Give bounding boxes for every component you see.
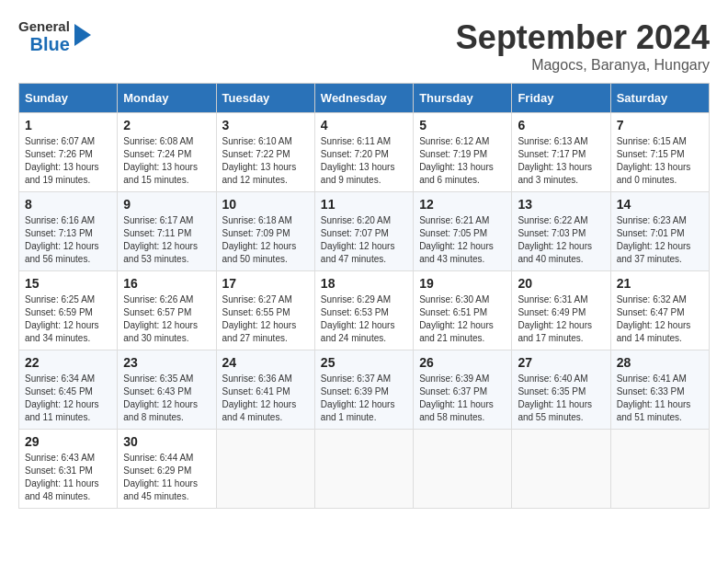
calendar-cell: 11Sunrise: 6:20 AM Sunset: 7:07 PM Dayli… [314, 192, 413, 271]
calendar-cell: 16Sunrise: 6:26 AM Sunset: 6:57 PM Dayli… [118, 271, 216, 350]
day-number: 27 [518, 355, 604, 370]
calendar-cell: 14Sunrise: 6:23 AM Sunset: 7:01 PM Dayli… [610, 192, 709, 271]
day-info: Sunrise: 6:08 AM Sunset: 7:24 PM Dayligh… [123, 135, 210, 187]
day-info: Sunrise: 6:18 AM Sunset: 7:09 PM Dayligh… [222, 214, 309, 266]
day-number: 12 [419, 197, 506, 212]
logo-general-text: General [18, 18, 70, 34]
calendar-cell: 1Sunrise: 6:07 AM Sunset: 7:26 PM Daylig… [19, 113, 118, 192]
day-number: 22 [25, 355, 111, 370]
month-title: September 2024 [456, 18, 710, 57]
day-number: 13 [518, 197, 604, 212]
calendar-cell: 22Sunrise: 6:34 AM Sunset: 6:45 PM Dayli… [19, 350, 118, 430]
calendar-cell: 4Sunrise: 6:11 AM Sunset: 7:20 PM Daylig… [314, 113, 413, 192]
day-number: 19 [419, 276, 506, 291]
calendar-cell: 13Sunrise: 6:22 AM Sunset: 7:03 PM Dayli… [512, 192, 610, 271]
day-number: 17 [222, 276, 309, 291]
day-info: Sunrise: 6:22 AM Sunset: 7:03 PM Dayligh… [518, 214, 604, 266]
day-number: 4 [321, 118, 407, 132]
day-number: 25 [321, 355, 407, 370]
calendar-cell: 28Sunrise: 6:41 AM Sunset: 6:33 PM Dayli… [610, 350, 709, 430]
day-info: Sunrise: 6:10 AM Sunset: 7:22 PM Dayligh… [222, 135, 309, 187]
day-info: Sunrise: 6:25 AM Sunset: 6:59 PM Dayligh… [25, 293, 111, 345]
logo-arrow-icon [74, 20, 95, 53]
day-info: Sunrise: 6:16 AM Sunset: 7:13 PM Dayligh… [25, 214, 111, 266]
calendar-cell: 29Sunrise: 6:43 AM Sunset: 6:31 PM Dayli… [19, 430, 118, 509]
day-number: 5 [419, 118, 506, 132]
day-info: Sunrise: 6:31 AM Sunset: 6:49 PM Dayligh… [518, 293, 604, 345]
day-info: Sunrise: 6:23 AM Sunset: 7:01 PM Dayligh… [617, 214, 703, 266]
day-info: Sunrise: 6:36 AM Sunset: 6:41 PM Dayligh… [222, 373, 309, 424]
day-number: 2 [123, 118, 210, 132]
day-info: Sunrise: 6:44 AM Sunset: 6:29 PM Dayligh… [123, 452, 210, 503]
day-info: Sunrise: 6:20 AM Sunset: 7:07 PM Dayligh… [321, 214, 407, 266]
calendar-cell: 18Sunrise: 6:29 AM Sunset: 6:53 PM Dayli… [314, 271, 413, 350]
title-area: September 2024 Magocs, Baranya, Hungary [456, 18, 710, 74]
page-header: General Blue September 2024 Magocs, Bara… [18, 18, 710, 74]
calendar-cell: 26Sunrise: 6:39 AM Sunset: 6:37 PM Dayli… [414, 350, 512, 430]
day-number: 1 [25, 118, 111, 132]
calendar-cell [314, 430, 413, 509]
day-number: 3 [222, 118, 309, 132]
day-number: 26 [419, 355, 506, 370]
calendar-cell: 5Sunrise: 6:12 AM Sunset: 7:19 PM Daylig… [414, 113, 512, 192]
calendar-cell [216, 430, 314, 509]
day-info: Sunrise: 6:35 AM Sunset: 6:43 PM Dayligh… [123, 373, 210, 424]
location-subtitle: Magocs, Baranya, Hungary [456, 57, 710, 74]
day-number: 6 [518, 118, 604, 132]
day-number: 7 [617, 118, 703, 132]
calendar-cell: 10Sunrise: 6:18 AM Sunset: 7:09 PM Dayli… [216, 192, 314, 271]
calendar-cell: 24Sunrise: 6:36 AM Sunset: 6:41 PM Dayli… [216, 350, 314, 430]
day-info: Sunrise: 6:13 AM Sunset: 7:17 PM Dayligh… [518, 135, 604, 187]
day-info: Sunrise: 6:27 AM Sunset: 6:55 PM Dayligh… [222, 293, 309, 345]
day-info: Sunrise: 6:30 AM Sunset: 6:51 PM Dayligh… [419, 293, 506, 345]
svg-marker-0 [74, 24, 91, 46]
day-info: Sunrise: 6:07 AM Sunset: 7:26 PM Dayligh… [25, 135, 111, 187]
calendar-cell: 15Sunrise: 6:25 AM Sunset: 6:59 PM Dayli… [19, 271, 118, 350]
day-number: 20 [518, 276, 604, 291]
day-info: Sunrise: 6:11 AM Sunset: 7:20 PM Dayligh… [321, 135, 407, 187]
column-header-monday: Monday [118, 84, 216, 113]
calendar-cell: 7Sunrise: 6:15 AM Sunset: 7:15 PM Daylig… [610, 113, 709, 192]
day-number: 10 [222, 197, 309, 212]
calendar-cell: 19Sunrise: 6:30 AM Sunset: 6:51 PM Dayli… [414, 271, 512, 350]
calendar-cell: 27Sunrise: 6:40 AM Sunset: 6:35 PM Dayli… [512, 350, 610, 430]
day-info: Sunrise: 6:43 AM Sunset: 6:31 PM Dayligh… [25, 452, 111, 503]
day-info: Sunrise: 6:12 AM Sunset: 7:19 PM Dayligh… [419, 135, 506, 187]
day-info: Sunrise: 6:26 AM Sunset: 6:57 PM Dayligh… [123, 293, 210, 345]
calendar-cell [414, 430, 512, 509]
day-number: 21 [617, 276, 703, 291]
calendar-cell: 21Sunrise: 6:32 AM Sunset: 6:47 PM Dayli… [610, 271, 709, 350]
column-header-tuesday: Tuesday [216, 84, 314, 113]
calendar-cell: 8Sunrise: 6:16 AM Sunset: 7:13 PM Daylig… [19, 192, 118, 271]
calendar-cell [610, 430, 709, 509]
logo-blue-text: Blue [30, 34, 70, 54]
calendar-cell: 17Sunrise: 6:27 AM Sunset: 6:55 PM Dayli… [216, 271, 314, 350]
day-number: 23 [123, 355, 210, 370]
day-info: Sunrise: 6:15 AM Sunset: 7:15 PM Dayligh… [617, 135, 703, 187]
column-header-friday: Friday [512, 84, 610, 113]
day-number: 14 [617, 197, 703, 212]
day-number: 11 [321, 197, 407, 212]
day-info: Sunrise: 6:37 AM Sunset: 6:39 PM Dayligh… [321, 373, 407, 424]
day-info: Sunrise: 6:41 AM Sunset: 6:33 PM Dayligh… [617, 373, 703, 424]
day-info: Sunrise: 6:32 AM Sunset: 6:47 PM Dayligh… [617, 293, 703, 345]
calendar-cell: 23Sunrise: 6:35 AM Sunset: 6:43 PM Dayli… [118, 350, 216, 430]
calendar-cell: 20Sunrise: 6:31 AM Sunset: 6:49 PM Dayli… [512, 271, 610, 350]
day-number: 8 [25, 197, 111, 212]
calendar-cell [512, 430, 610, 509]
day-info: Sunrise: 6:21 AM Sunset: 7:05 PM Dayligh… [419, 214, 506, 266]
calendar-cell: 9Sunrise: 6:17 AM Sunset: 7:11 PM Daylig… [118, 192, 216, 271]
calendar-table: SundayMondayTuesdayWednesdayThursdayFrid… [18, 83, 710, 509]
calendar-cell: 6Sunrise: 6:13 AM Sunset: 7:17 PM Daylig… [512, 113, 610, 192]
calendar-cell: 2Sunrise: 6:08 AM Sunset: 7:24 PM Daylig… [118, 113, 216, 192]
day-info: Sunrise: 6:17 AM Sunset: 7:11 PM Dayligh… [123, 214, 210, 266]
calendar-cell: 25Sunrise: 6:37 AM Sunset: 6:39 PM Dayli… [314, 350, 413, 430]
logo: General Blue [18, 18, 95, 54]
calendar-cell: 30Sunrise: 6:44 AM Sunset: 6:29 PM Dayli… [118, 430, 216, 509]
day-number: 18 [321, 276, 407, 291]
column-header-sunday: Sunday [19, 84, 118, 113]
day-info: Sunrise: 6:39 AM Sunset: 6:37 PM Dayligh… [419, 373, 506, 424]
calendar-cell: 3Sunrise: 6:10 AM Sunset: 7:22 PM Daylig… [216, 113, 314, 192]
day-info: Sunrise: 6:34 AM Sunset: 6:45 PM Dayligh… [25, 373, 111, 424]
day-number: 16 [123, 276, 210, 291]
